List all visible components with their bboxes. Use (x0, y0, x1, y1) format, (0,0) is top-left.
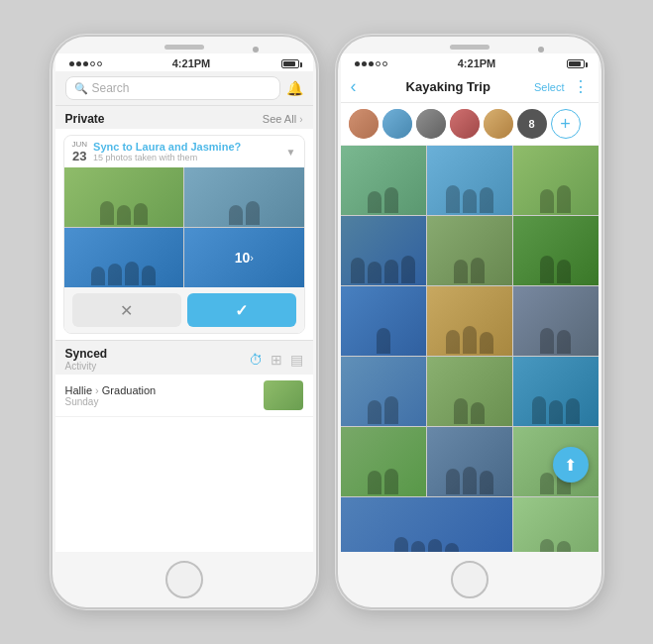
left-phone: 4:21PM 🔍 Search 🔔 Private Se (51, 35, 318, 609)
activity-from: Hallie (65, 384, 93, 396)
mosaic-cell-17[interactable] (513, 497, 599, 552)
synced-subtitle: Activity (65, 361, 108, 372)
home-button-left[interactable] (165, 561, 203, 598)
synced-section: Synced Activity ⏱ ⊞ ▤ (55, 340, 313, 375)
activity-item[interactable]: Hallie › Graduation Sunday (55, 375, 313, 417)
see-all-arrow: › (299, 114, 302, 125)
more-count: 10 (235, 250, 251, 266)
synced-title: Synced (65, 347, 108, 361)
iphone-top-left (53, 37, 316, 54)
avatar-1[interactable] (349, 109, 379, 139)
synced-title-area: Synced Activity (65, 347, 108, 372)
confirm-icon: ✓ (235, 301, 248, 320)
photo-top-right (184, 167, 304, 227)
see-all-label: See All (263, 113, 296, 125)
dot5 (97, 61, 102, 66)
signal-dots (69, 61, 102, 66)
mosaic-cell-6[interactable] (513, 216, 599, 285)
back-button[interactable]: ‹ (351, 76, 357, 97)
suggestion-card[interactable]: JUN 23 Sync to Laura and Jasmine? 15 pho… (63, 135, 305, 334)
dot2r (362, 61, 367, 66)
mosaic-cell-13[interactable] (341, 427, 426, 496)
activity-arrow: › (95, 384, 102, 396)
avatar-4[interactable] (450, 109, 480, 139)
date-day: 23 (72, 149, 86, 163)
date-block: JUN 23 (72, 140, 88, 163)
photo-people-3 (64, 252, 184, 287)
action-buttons: ✕ ✓ (64, 287, 304, 333)
mosaic-cell-9[interactable] (513, 286, 599, 356)
dot1r (355, 61, 360, 66)
see-all-button[interactable]: See All › (263, 113, 303, 125)
battery-fill-right (569, 61, 582, 66)
mosaic-cell-10[interactable] (341, 357, 426, 426)
dot3r (369, 61, 374, 66)
status-time-right: 4:21PM (458, 57, 496, 69)
photo-mosaic (341, 146, 599, 552)
search-placeholder: Search (92, 81, 130, 95)
photo-top-left (64, 167, 184, 227)
home-button-right[interactable] (451, 561, 489, 598)
search-input-wrapper[interactable]: 🔍 Search (65, 76, 280, 100)
share-icon: ⬆ (564, 456, 577, 475)
photo-bot-left (64, 228, 184, 287)
mosaic-cell-3[interactable] (513, 146, 599, 215)
speaker-right (450, 45, 490, 50)
battery-right (567, 59, 585, 68)
right-screen: 4:21PM ‹ Kayaking Trip Select ⋮ (341, 54, 599, 552)
dot3 (83, 61, 88, 66)
date-month: JUN (72, 140, 88, 149)
dropdown-arrow[interactable]: ▼ (286, 147, 296, 158)
avatar-3[interactable] (416, 109, 446, 139)
status-bar-right: 4:21PM (341, 54, 599, 71)
mosaic-cell-7[interactable] (341, 286, 426, 356)
activity-thumbnail (264, 380, 303, 410)
activity-info: Hallie › Graduation Sunday (65, 384, 264, 407)
speaker-left (164, 45, 204, 50)
mosaic-cell-16[interactable] (341, 497, 512, 552)
photo-bot-right: 10 › (184, 228, 304, 287)
suggestion-subtitle: 15 photos taken with them (93, 153, 280, 162)
avatar-count[interactable]: 8 (517, 109, 547, 139)
mosaic-cell-14[interactable] (427, 427, 512, 496)
mosaic-cell-4[interactable] (341, 216, 426, 285)
mosaic-cell-11[interactable] (427, 357, 512, 426)
synced-icons: ⏱ ⊞ ▤ (249, 352, 303, 368)
fab-button[interactable]: ⬆ (553, 447, 589, 483)
front-camera-left (253, 47, 259, 53)
suggestion-header: JUN 23 Sync to Laura and Jasmine? 15 pho… (64, 136, 304, 167)
suggestion-title: Sync to Laura and Jasmine? (93, 141, 280, 153)
dot5r (382, 61, 387, 66)
dot1 (69, 61, 74, 66)
iphone-bottom-left (53, 552, 316, 607)
dot2 (76, 61, 81, 66)
status-bar-left: 4:21PM (55, 54, 313, 71)
avatar-2[interactable] (382, 109, 412, 139)
avatar-5[interactable] (484, 109, 513, 139)
front-camera-right (538, 47, 544, 53)
search-icon: 🔍 (74, 82, 88, 95)
avatar-add-button[interactable]: + (551, 109, 581, 139)
mosaic-cell-5[interactable] (427, 216, 512, 285)
search-bar: 🔍 Search 🔔 (55, 71, 313, 106)
cancel-button[interactable]: ✕ (72, 293, 181, 327)
mosaic-cell-1[interactable] (341, 146, 426, 215)
bell-icon[interactable]: 🔔 (286, 80, 303, 96)
signal-dots-right (355, 61, 387, 66)
mosaic-cell-8[interactable] (427, 286, 512, 356)
list-icon[interactable]: ▤ (290, 352, 303, 368)
select-button[interactable]: Select (534, 81, 565, 93)
photo-people-2 (184, 191, 304, 227)
mosaic-cell-12[interactable] (513, 357, 599, 426)
album-title: Kayaking Trip (363, 79, 534, 94)
clock-icon[interactable]: ⏱ (249, 352, 263, 368)
iphone-bottom-right (338, 552, 601, 607)
battery-fill-left (283, 61, 296, 66)
mosaic-cell-2[interactable] (427, 146, 512, 215)
more-options-button[interactable]: ⋮ (573, 77, 589, 96)
activity-day: Sunday (65, 396, 264, 407)
confirm-button[interactable]: ✓ (187, 293, 296, 327)
grid-icon[interactable]: ⊞ (271, 352, 282, 368)
photo-grid: 10 › (64, 167, 304, 287)
iphone-top-right (338, 37, 601, 54)
